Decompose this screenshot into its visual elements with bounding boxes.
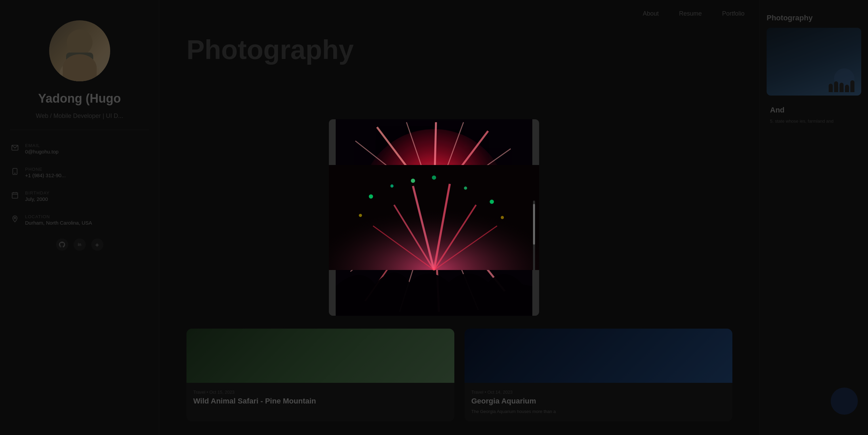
photo-partial-3[interactable] xyxy=(466,280,527,304)
photo-grid xyxy=(341,181,527,304)
scrollbar-thumb[interactable] xyxy=(533,204,535,245)
modal: Independence Day × Festival · Jul 4, 202… xyxy=(329,119,539,316)
scrollbar-track xyxy=(533,201,535,304)
